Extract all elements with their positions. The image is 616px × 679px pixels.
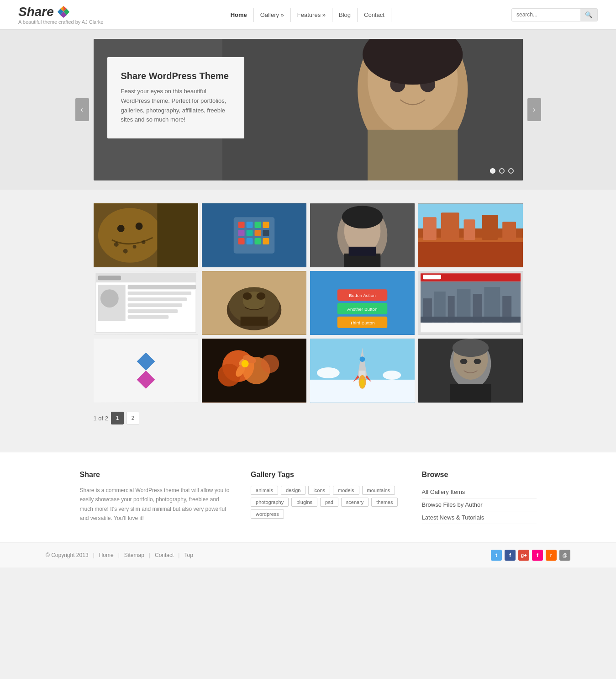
tag-mountains[interactable]: mountains bbox=[362, 486, 395, 495]
svg-rect-47 bbox=[482, 215, 498, 240]
gallery-item[interactable] bbox=[310, 339, 415, 403]
gallery-item[interactable] bbox=[94, 339, 198, 403]
svg-text:Button Action: Button Action bbox=[349, 293, 376, 298]
svg-point-14 bbox=[117, 225, 124, 232]
slider-dot-1[interactable] bbox=[490, 168, 495, 174]
logo-subtitle: A beautiful theme crafted by AJ Clarke bbox=[18, 19, 104, 25]
footer-top-link[interactable]: Top bbox=[184, 552, 193, 558]
svg-rect-48 bbox=[502, 222, 516, 240]
slider-image bbox=[222, 39, 523, 180]
tag-plugins[interactable]: plugins bbox=[291, 498, 317, 507]
facebook-icon[interactable]: f bbox=[505, 550, 516, 561]
search-input[interactable] bbox=[512, 9, 580, 21]
tag-models[interactable]: models bbox=[333, 486, 359, 495]
tag-wordpress[interactable]: wordpress bbox=[251, 509, 284, 519]
gallery-image bbox=[94, 203, 198, 267]
svg-rect-8 bbox=[368, 130, 458, 180]
googleplus-icon[interactable]: g+ bbox=[518, 550, 529, 561]
gallery-item[interactable] bbox=[202, 339, 306, 403]
email-icon[interactable]: @ bbox=[559, 550, 570, 561]
nav-features[interactable]: Features » bbox=[291, 8, 332, 22]
slider-dot-3[interactable] bbox=[508, 168, 514, 174]
footer-browse: Browse All Gallery Items Browse Files by… bbox=[422, 471, 537, 524]
svg-rect-24 bbox=[246, 222, 253, 228]
page-2-button[interactable]: 2 bbox=[126, 412, 139, 424]
gallery-item[interactable] bbox=[94, 271, 198, 335]
browse-latest-news[interactable]: Latest News & Tutorials bbox=[422, 511, 537, 524]
gallery-item[interactable] bbox=[418, 339, 523, 403]
sep-1: | bbox=[93, 552, 95, 558]
tag-design[interactable]: design bbox=[281, 486, 305, 495]
svg-point-117 bbox=[460, 359, 467, 364]
svg-rect-60 bbox=[127, 315, 168, 319]
tag-psd[interactable]: psd bbox=[320, 498, 338, 507]
pagination: 1 of 2 1 2 bbox=[94, 412, 523, 424]
slider-next-button[interactable]: › bbox=[527, 98, 541, 121]
gallery-item[interactable]: Button Action Another Button Third Butto… bbox=[310, 271, 415, 335]
nav-contact[interactable]: Contact bbox=[358, 8, 391, 22]
gallery-item[interactable] bbox=[418, 271, 523, 335]
nav-gallery[interactable]: Gallery » bbox=[254, 8, 291, 22]
svg-point-17 bbox=[114, 242, 118, 247]
rss-icon[interactable]: r bbox=[546, 550, 557, 561]
footer-contact-link[interactable]: Contact bbox=[155, 552, 174, 558]
svg-rect-49 bbox=[418, 242, 523, 267]
flickr-icon[interactable]: f bbox=[532, 550, 543, 561]
gallery-item[interactable] bbox=[418, 203, 523, 267]
slider-dots bbox=[490, 168, 514, 174]
slider-description: Feast your eyes on this beautiful WordPr… bbox=[121, 87, 231, 125]
gallery-item[interactable] bbox=[202, 203, 306, 267]
social-icons: t f g+ f r @ bbox=[491, 550, 570, 561]
gallery-image bbox=[94, 339, 198, 403]
svg-point-15 bbox=[135, 223, 142, 230]
copyright-text: © Copyright 2013 bbox=[46, 552, 89, 558]
nav-blog[interactable]: Blog bbox=[332, 8, 358, 22]
slider: Share WordPress Theme Feast your eyes on… bbox=[94, 39, 523, 180]
slider-dot-2[interactable] bbox=[499, 168, 505, 174]
tag-icons[interactable]: icons bbox=[308, 486, 330, 495]
svg-rect-32 bbox=[246, 238, 253, 244]
gallery-tags-list: animals design icons models mountains ph… bbox=[251, 486, 404, 519]
gallery-image bbox=[418, 339, 523, 403]
browse-files-author[interactable]: Browse Files by Author bbox=[422, 499, 537, 511]
gallery-item[interactable] bbox=[310, 203, 415, 267]
gallery-image bbox=[310, 203, 415, 267]
header: Share A beautiful theme crafted by AJ Cl… bbox=[0, 0, 616, 30]
footer-about: Share Share is a commercial WordPress th… bbox=[80, 471, 233, 524]
page-1-button[interactable]: 1 bbox=[111, 412, 124, 424]
gallery-item[interactable] bbox=[94, 203, 198, 267]
svg-rect-46 bbox=[463, 219, 475, 240]
logo-icon bbox=[57, 5, 70, 19]
gallery-image bbox=[202, 339, 306, 403]
tag-themes[interactable]: themes bbox=[371, 498, 398, 507]
gallery-item[interactable] bbox=[202, 271, 306, 335]
svg-rect-45 bbox=[441, 212, 459, 240]
browse-all-gallery[interactable]: All Gallery Items bbox=[422, 486, 537, 499]
footer-about-text: Share is a commercial WordPress theme th… bbox=[80, 486, 233, 523]
svg-point-19 bbox=[123, 249, 127, 254]
gallery-image bbox=[202, 271, 306, 335]
svg-rect-26 bbox=[263, 222, 269, 228]
footer-bottom-links: © Copyright 2013 | Home | Sitemap | Cont… bbox=[46, 552, 193, 558]
tag-animals[interactable]: animals bbox=[251, 486, 278, 495]
footer-sitemap-link[interactable]: Sitemap bbox=[124, 552, 144, 558]
search-button[interactable]: 🔍 bbox=[580, 9, 597, 21]
svg-rect-34 bbox=[263, 238, 269, 244]
svg-point-96 bbox=[261, 355, 279, 373]
svg-point-118 bbox=[474, 359, 481, 364]
sep-4: | bbox=[178, 552, 179, 558]
svg-rect-16 bbox=[157, 203, 198, 267]
slider-prev-button[interactable]: ‹ bbox=[75, 98, 89, 121]
svg-point-67 bbox=[242, 292, 252, 300]
svg-point-110 bbox=[316, 367, 339, 378]
footer-bottom: © Copyright 2013 | Home | Sitemap | Cont… bbox=[0, 542, 616, 568]
logo[interactable]: Share bbox=[18, 5, 104, 19]
twitter-icon[interactable]: t bbox=[491, 550, 502, 561]
tag-scenary[interactable]: scenary bbox=[341, 498, 369, 507]
footer-home-link[interactable]: Home bbox=[99, 552, 114, 558]
gallery-image bbox=[310, 339, 415, 403]
nav-home[interactable]: Home bbox=[224, 8, 254, 22]
svg-point-20 bbox=[142, 240, 145, 244]
hero-section: ‹ Share WordPress Theme Feast your eyes … bbox=[0, 30, 616, 190]
tag-photography[interactable]: photography bbox=[251, 498, 289, 507]
